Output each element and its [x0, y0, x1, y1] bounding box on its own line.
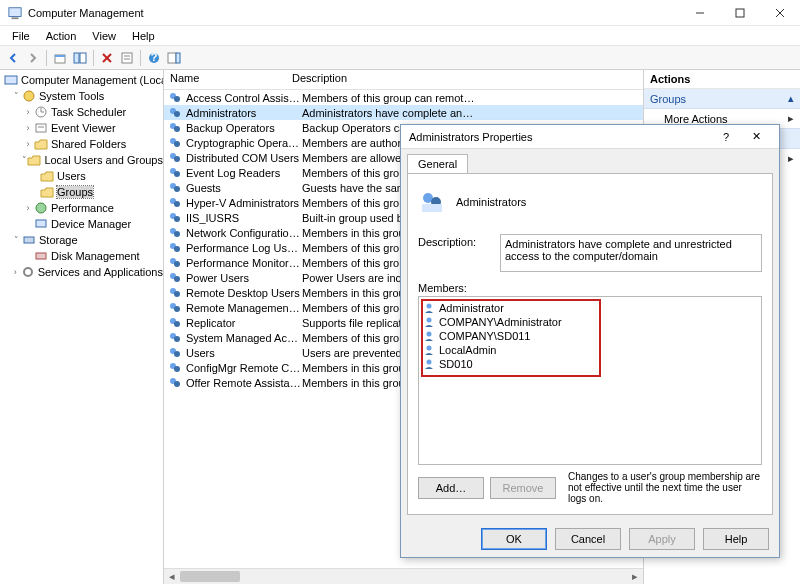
member-name: SD010 — [439, 358, 473, 370]
member-name: COMPANY\SD011 — [439, 330, 531, 342]
up-button[interactable] — [51, 49, 69, 67]
user-icon — [423, 358, 435, 370]
close-button[interactable] — [760, 0, 800, 25]
dialog-help-button[interactable]: ? — [711, 131, 741, 143]
apply-button[interactable]: Apply — [629, 528, 695, 550]
svg-rect-17 — [168, 53, 176, 63]
tree-root[interactable]: Computer Management (Local — [0, 72, 163, 88]
tree-event-viewer[interactable]: ›Event Viewer — [0, 120, 163, 136]
app-icon — [8, 6, 22, 20]
svg-rect-27 — [36, 220, 46, 227]
svg-point-54 — [174, 261, 180, 267]
menu-view[interactable]: View — [84, 26, 124, 45]
svg-point-60 — [174, 306, 180, 312]
dialog-close-button[interactable]: ✕ — [741, 130, 771, 143]
show-hide-tree-button[interactable] — [71, 49, 89, 67]
delete-button[interactable] — [98, 49, 116, 67]
row-name: Power Users — [186, 272, 302, 284]
row-name: Backup Operators — [186, 122, 302, 134]
tree-disk-management[interactable]: Disk Management — [0, 248, 163, 264]
list-row[interactable]: AdministratorsAdministrators have comple… — [164, 105, 643, 120]
tree-storage[interactable]: ˅Storage — [0, 232, 163, 248]
maximize-button[interactable] — [720, 0, 760, 25]
svg-rect-3 — [736, 9, 744, 17]
svg-rect-7 — [55, 55, 65, 57]
member-row[interactable]: Administrator — [423, 301, 757, 315]
tree-device-manager[interactable]: Device Manager — [0, 216, 163, 232]
dialog-title-bar[interactable]: Administrators Properties ? ✕ — [401, 125, 779, 149]
member-name: LocalAdmin — [439, 344, 496, 356]
group-icon — [168, 91, 182, 105]
svg-rect-24 — [36, 124, 46, 132]
row-name: Access Control Assist… — [186, 92, 302, 104]
actions-group-header[interactable]: Groups▴ — [644, 89, 800, 109]
group-icon — [168, 376, 182, 390]
tree-system-tools[interactable]: ˅System Tools — [0, 88, 163, 104]
group-icon — [168, 286, 182, 300]
tab-general[interactable]: General — [407, 154, 468, 173]
row-name: Distributed COM Users — [186, 152, 302, 164]
tree-pane[interactable]: Computer Management (Local ˅System Tools… — [0, 70, 164, 584]
row-name: ConfigMgr Remote C… — [186, 362, 302, 374]
back-button[interactable] — [4, 49, 22, 67]
remove-button[interactable]: Remove — [490, 477, 556, 499]
column-name[interactable]: Name — [164, 70, 286, 89]
group-icon — [168, 241, 182, 255]
tree-shared-folders[interactable]: ›Shared Folders — [0, 136, 163, 152]
tree-services-apps[interactable]: ›Services and Applications — [0, 264, 163, 280]
scroll-right-icon[interactable]: ▸ — [627, 569, 643, 585]
tree-groups[interactable]: Groups — [0, 184, 163, 200]
help-button[interactable]: ? — [145, 49, 163, 67]
horizontal-scrollbar[interactable]: ◂ ▸ — [164, 568, 643, 584]
member-row[interactable]: SD010 — [423, 357, 757, 371]
ok-button[interactable]: OK — [481, 528, 547, 550]
member-name: COMPANY\Administrator — [439, 316, 562, 328]
list-headers[interactable]: Name Description — [164, 70, 643, 90]
properties-button[interactable] — [118, 49, 136, 67]
group-icon — [168, 211, 182, 225]
window-title: Computer Management — [28, 7, 680, 19]
description-field[interactable]: Administrators have complete and unrestr… — [500, 234, 762, 272]
member-row[interactable]: COMPANY\Administrator — [423, 315, 757, 329]
member-row[interactable]: LocalAdmin — [423, 343, 757, 357]
group-icon — [168, 271, 182, 285]
window-controls — [680, 0, 800, 25]
svg-rect-9 — [80, 53, 86, 63]
group-icon — [168, 136, 182, 150]
svg-rect-18 — [176, 53, 180, 63]
svg-point-76 — [427, 332, 432, 337]
svg-point-68 — [174, 366, 180, 372]
menu-bar: File Action View Help — [0, 26, 800, 46]
group-icon — [168, 346, 182, 360]
scroll-left-icon[interactable]: ◂ — [164, 569, 180, 585]
menu-file[interactable]: File — [4, 26, 38, 45]
row-name: Remote Desktop Users — [186, 287, 302, 299]
row-name: Users — [186, 347, 302, 359]
svg-point-77 — [427, 346, 432, 351]
menu-help[interactable]: Help — [124, 26, 163, 45]
group-icon — [168, 256, 182, 270]
chevron-right-icon: ▸ — [788, 152, 794, 165]
forward-button[interactable] — [24, 49, 42, 67]
dialog-help-button[interactable]: Help — [703, 528, 769, 550]
minimize-button[interactable] — [680, 0, 720, 25]
user-icon — [423, 302, 435, 314]
row-name: Performance Log Users — [186, 242, 302, 254]
tree-users[interactable]: Users — [0, 168, 163, 184]
tree-local-users-groups[interactable]: ˅Local Users and Groups — [0, 152, 163, 168]
tree-task-scheduler[interactable]: ›Task Scheduler — [0, 104, 163, 120]
column-description[interactable]: Description — [286, 70, 353, 89]
svg-rect-29 — [36, 253, 46, 259]
collapse-icon: ▴ — [788, 92, 794, 105]
members-listbox[interactable]: AdministratorCOMPANY\AdministratorCOMPAN… — [418, 296, 762, 465]
scroll-thumb[interactable] — [180, 571, 240, 582]
add-button[interactable]: Add… — [418, 477, 484, 499]
tree-performance[interactable]: ›Performance — [0, 200, 163, 216]
cancel-button[interactable]: Cancel — [555, 528, 621, 550]
user-icon — [423, 330, 435, 342]
member-row[interactable]: COMPANY\SD011 — [423, 329, 757, 343]
menu-action[interactable]: Action — [38, 26, 85, 45]
show-action-pane-button[interactable] — [165, 49, 183, 67]
svg-point-42 — [174, 171, 180, 177]
list-row[interactable]: Access Control Assist…Members of this gr… — [164, 90, 643, 105]
